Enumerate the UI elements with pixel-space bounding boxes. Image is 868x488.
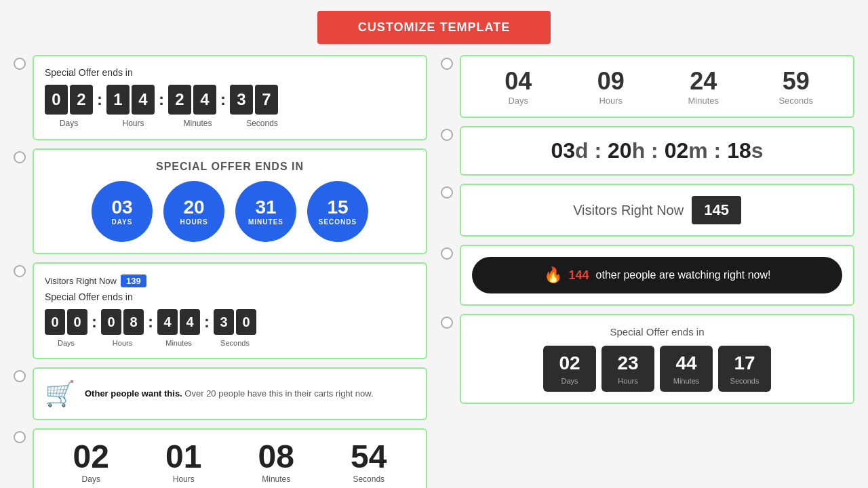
days-label: Days [45, 119, 93, 128]
circle-days: 03 DAYS [92, 181, 153, 242]
big-minutes: 08 Minutes [258, 441, 294, 484]
main-layout: Special Offer ends in 0 2 : 1 4 : [0, 55, 868, 488]
big-seconds-num: 54 [351, 441, 387, 473]
card-r5: Special Offer ends in 02 Days 23 Hours 4… [460, 314, 854, 404]
dark-hours-num: 23 [606, 352, 650, 374]
card-2-title: SPECIAL OFFER ENDS IN [45, 161, 415, 173]
radio-r1[interactable] [441, 58, 453, 70]
c3-flip-labels: Days Hours Minutes Seconds [45, 339, 415, 347]
header: CUSTOMIZE TEMPLATE [0, 0, 868, 55]
c3-seconds-d2: 0 [236, 309, 256, 335]
radio-1[interactable] [14, 58, 26, 70]
c3-days-block: 0 0 [45, 309, 87, 335]
hours-block: 1 4 [106, 85, 155, 115]
inline-d-label: d [575, 138, 589, 163]
visitors-right: Visitors Right Now 145 [472, 196, 842, 224]
plain-days-lbl: Days [472, 96, 565, 106]
plain-seconds-lbl: Seconds [750, 96, 843, 106]
colon-1: : [96, 90, 104, 109]
colon-3: : [219, 90, 227, 109]
inline-s-label: s [751, 138, 764, 163]
c3-colon-2: : [146, 312, 155, 331]
big-seconds: 54 Seconds [351, 441, 387, 484]
dark-seconds-lbl: Seconds [722, 377, 767, 385]
circle-seconds-num: 15 [327, 198, 348, 217]
visitors-line: Visitors Right Now 139 [45, 274, 415, 287]
inline-h-label: h [632, 138, 646, 163]
c3-seconds-d1: 3 [214, 309, 234, 335]
big-hours-num: 01 [165, 441, 201, 473]
dark-timer: 02 Days 23 Hours 44 Minutes 17 Seconds [472, 346, 842, 392]
days-digit-1: 0 [45, 85, 68, 115]
c3-seconds-block: 3 0 [214, 309, 256, 335]
c3-hours-block: 0 8 [101, 309, 144, 335]
card-r4-wrap: 🔥 144 other people are watching right no… [441, 245, 854, 306]
radio-4[interactable] [14, 370, 26, 382]
card-4: 🛒 Other people want this. Over 20 people… [33, 367, 427, 420]
minutes-digit-2: 4 [193, 85, 216, 115]
circle-hours-lbl: HOURS [180, 218, 208, 226]
radio-2[interactable] [14, 151, 26, 163]
card-r3-wrap: Visitors Right Now 145 [441, 184, 854, 237]
minutes-block: 2 4 [168, 85, 216, 115]
radio-r3[interactable] [441, 186, 453, 199]
c3-colon-1: : [90, 312, 98, 331]
dark-seconds: 17 Seconds [718, 346, 771, 392]
radio-r2[interactable] [441, 129, 453, 141]
circle-minutes: 31 MINUTES [235, 181, 296, 242]
seconds-digit-1: 3 [230, 85, 253, 115]
big-minutes-num: 08 [258, 441, 294, 473]
c3-days-d2: 0 [67, 309, 87, 335]
big-hours-lbl: Hours [165, 474, 201, 484]
c3-days-label: Days [45, 339, 87, 347]
big-days: 02 Days [73, 441, 109, 484]
customize-button[interactable]: CUSTOMIZE TEMPLATE [317, 11, 551, 44]
circle-seconds-lbl: SECONDS [319, 218, 357, 226]
c3-seconds-label: Seconds [214, 339, 256, 347]
inline-days: 03 [551, 138, 575, 163]
fire-count: 144 [569, 268, 589, 283]
card-r2-wrap: 03d : 20h : 02m : 18s [441, 126, 854, 176]
cart-text: Other people want this. Over 20 people h… [85, 387, 374, 401]
inline-hours: 20 [608, 138, 632, 163]
card-r1: 04 Days 09 Hours 24 Minutes 59 Seconds [460, 55, 854, 118]
card-1-wrap: Special Offer ends in 0 2 : 1 4 : [14, 55, 427, 140]
circle-hours: 20 HOURS [163, 181, 224, 242]
visitors-right-count: 145 [692, 196, 741, 224]
card-3-wrap: Visitors Right Now 139 Special Offer end… [14, 262, 427, 359]
inline-m-label: m [688, 138, 707, 163]
circle-timer: 03 DAYS 20 HOURS 31 MINUTES 15 SECONDS [45, 181, 415, 242]
card-r1-wrap: 04 Days 09 Hours 24 Minutes 59 Seconds [441, 55, 854, 118]
card-1: Special Offer ends in 0 2 : 1 4 : [33, 55, 427, 140]
dark-seconds-num: 17 [722, 352, 767, 374]
right-column: 04 Days 09 Hours 24 Minutes 59 Seconds [441, 55, 854, 488]
hours-digit-2: 4 [132, 85, 155, 115]
card-r5-wrap: Special Offer ends in 02 Days 23 Hours 4… [441, 314, 854, 404]
cart-icon: 🛒 [45, 380, 75, 408]
dark-days: 02 Days [543, 346, 596, 392]
visitors-count-badge: 139 [121, 274, 146, 287]
card-4-wrap: 🛒 Other people want this. Over 20 people… [14, 367, 427, 420]
radio-3[interactable] [14, 265, 26, 277]
card-3-offer-title: Special Offer ends in [45, 291, 415, 302]
radio-r4[interactable] [441, 247, 453, 260]
c3-minutes-d2: 4 [180, 309, 200, 335]
fire-text: other people are watching right now! [596, 269, 771, 281]
card-2-wrap: SPECIAL OFFER ENDS IN 03 DAYS 20 HOURS 3… [14, 148, 427, 254]
c3-hours-label: Hours [101, 339, 144, 347]
circle-days-lbl: DAYS [112, 218, 133, 226]
card-r2: 03d : 20h : 02m : 18s [460, 126, 854, 176]
dark-minutes: 44 Minutes [660, 346, 713, 392]
plain-minutes-num: 24 [657, 67, 750, 96]
colon-2: : [157, 90, 165, 109]
minutes-label: Minutes [174, 119, 222, 128]
hours-digit-1: 1 [106, 85, 130, 115]
cart-content: 🛒 Other people want this. Over 20 people… [45, 380, 415, 408]
dark-minutes-num: 44 [664, 352, 709, 374]
flip-timer-1: 0 2 : 1 4 : 2 4 : [45, 85, 415, 115]
radio-5[interactable] [14, 431, 26, 443]
seconds-label: Seconds [238, 119, 286, 128]
radio-r5[interactable] [441, 317, 453, 329]
flip-labels-1: Days Hours Minutes Seconds [45, 119, 415, 128]
seconds-digit-2: 7 [255, 85, 278, 115]
